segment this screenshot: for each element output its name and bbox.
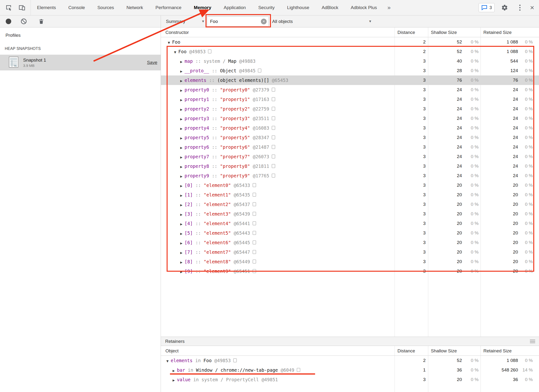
retainer-row[interactable]: ▶value in system / PropertyCell @4985132… xyxy=(161,375,539,384)
collapse-icon[interactable]: ▼ xyxy=(172,48,178,56)
expand-icon[interactable]: ▶ xyxy=(178,133,185,142)
console-messages-button[interactable]: 3 xyxy=(479,3,495,12)
reveal-icon[interactable] xyxy=(272,135,275,139)
heap-row[interactable]: ▼Foo @498532520 %1 0880 % xyxy=(161,47,539,56)
expand-icon[interactable]: ▶ xyxy=(178,114,185,123)
heap-row[interactable]: ▶[9] :: "element9" @654513200 %200 % xyxy=(161,266,539,276)
reveal-icon[interactable] xyxy=(253,221,256,225)
settings-gear-icon[interactable] xyxy=(499,2,510,13)
reveal-icon[interactable] xyxy=(272,116,275,120)
heap-row[interactable]: ▶[2] :: "element2" @654373200 %200 % xyxy=(161,200,539,209)
expand-icon[interactable]: ▶ xyxy=(170,366,177,375)
expand-icon[interactable]: ▶ xyxy=(178,172,185,180)
reveal-icon[interactable] xyxy=(253,183,256,187)
expand-icon[interactable]: ▶ xyxy=(178,238,185,247)
reveal-icon[interactable] xyxy=(258,69,261,73)
heap-row[interactable]: ▼Foo2520 %1 0880 % xyxy=(161,37,539,47)
perspective-select[interactable]: Summary ▼ xyxy=(166,17,204,26)
reveal-icon[interactable] xyxy=(253,250,256,254)
record-heap-snapshot-button[interactable] xyxy=(6,19,11,24)
reveal-icon[interactable] xyxy=(253,240,256,244)
snapshot-item[interactable]: % Snapshot 1 3.9 MB Save xyxy=(0,55,161,70)
heap-row[interactable]: ▶[8] :: "element8" @654493200 %200 % xyxy=(161,257,539,266)
expand-icon[interactable]: ▶ xyxy=(178,229,185,238)
class-filter-input[interactable] xyxy=(207,16,269,26)
heap-row[interactable]: ▶__proto__ :: Object @498453280 %1240 % xyxy=(161,66,539,75)
reveal-icon[interactable] xyxy=(253,202,256,206)
delete-profile-icon[interactable] xyxy=(36,16,47,27)
retainer-row[interactable]: ▶bar in Window / chrome://new-tab-page @… xyxy=(161,365,539,375)
reveal-icon[interactable] xyxy=(272,126,275,130)
expand-icon[interactable]: ▶ xyxy=(178,248,185,257)
reveal-icon[interactable] xyxy=(272,145,275,149)
reveal-icon[interactable] xyxy=(272,154,275,159)
tab-elements[interactable]: Elements xyxy=(31,0,62,15)
reveal-icon[interactable] xyxy=(272,97,275,101)
col-header-retained-size[interactable]: Retained Size xyxy=(481,346,539,355)
col-header-distance[interactable]: Distance xyxy=(395,346,428,355)
expand-icon[interactable]: ▶ xyxy=(178,162,185,171)
heap-row[interactable]: ▶property1 :: "property1" @171633240 %24… xyxy=(161,95,539,104)
expand-icon[interactable]: ▶ xyxy=(178,181,185,190)
heap-row[interactable]: ▶[7] :: "element7" @654473200 %200 % xyxy=(161,247,539,257)
expand-icon[interactable]: ▶ xyxy=(178,191,185,200)
heap-row[interactable]: ▶property4 :: "property4" @160833240 %24… xyxy=(161,123,539,133)
inspect-element-icon[interactable] xyxy=(3,2,14,13)
reveal-icon[interactable] xyxy=(253,269,256,273)
expand-icon[interactable]: ▶ xyxy=(178,86,185,95)
heap-row[interactable]: ▶[3] :: "element3" @654393200 %200 % xyxy=(161,209,539,219)
expand-icon[interactable]: ▶ xyxy=(178,67,185,75)
tab-adblock[interactable]: AdBlock xyxy=(316,0,345,15)
expand-icon[interactable]: ▶ xyxy=(178,143,185,152)
device-toolbar-icon[interactable] xyxy=(17,2,27,13)
heap-row[interactable]: ▶property3 :: "property3" @235113240 %24… xyxy=(161,114,539,123)
col-header-object[interactable]: Object xyxy=(161,346,395,355)
expand-icon[interactable]: ▶ xyxy=(178,153,185,161)
expand-icon[interactable]: ▶ xyxy=(178,57,185,66)
col-header-retained-size[interactable]: Retained Size xyxy=(481,27,539,37)
retainers-menu-icon[interactable] xyxy=(530,340,535,343)
clear-search-icon[interactable]: × xyxy=(261,19,267,24)
reveal-icon[interactable] xyxy=(272,164,275,168)
heap-row[interactable]: ▶property5 :: "property5" @283473240 %24… xyxy=(161,133,539,142)
heap-row[interactable]: ▶property9 :: "property9" @177653240 %24… xyxy=(161,171,539,180)
expand-icon[interactable]: ▶ xyxy=(178,95,185,104)
kebab-menu-icon[interactable] xyxy=(515,2,525,13)
col-header-shallow-size[interactable]: Shallow Size xyxy=(428,27,481,37)
expand-icon[interactable]: ▶ xyxy=(178,76,185,85)
tab-network[interactable]: Network xyxy=(120,0,149,15)
expand-icon[interactable]: ▶ xyxy=(178,105,185,114)
heap-row[interactable]: ▶[1] :: "element1" @654353200 %200 % xyxy=(161,190,539,200)
heap-row[interactable]: ▶[0] :: "element0" @654333200 %200 % xyxy=(161,180,539,190)
tab-lighthouse[interactable]: Lighthouse xyxy=(281,0,316,15)
reveal-icon[interactable] xyxy=(272,88,275,92)
heap-row[interactable]: ▶property6 :: "property6" @214873240 %24… xyxy=(161,142,539,152)
col-header-shallow-size[interactable]: Shallow Size xyxy=(428,346,481,355)
reveal-icon[interactable] xyxy=(208,49,211,53)
heap-row[interactable]: ▶[6] :: "element6" @654453200 %200 % xyxy=(161,238,539,247)
expand-icon[interactable]: ▶ xyxy=(178,219,185,228)
tab-sources[interactable]: Sources xyxy=(91,0,120,15)
retainer-row[interactable]: ▼elements in Foo @498532520 %1 0880 % xyxy=(161,356,539,365)
close-devtools-icon[interactable]: × xyxy=(530,4,534,11)
reveal-icon[interactable] xyxy=(233,358,237,362)
tab-security[interactable]: Security xyxy=(252,0,281,15)
heap-row[interactable]: ▶property8 :: "property8" @218113240 %24… xyxy=(161,161,539,171)
col-header-distance[interactable]: Distance xyxy=(395,27,428,37)
expand-icon[interactable]: ▶ xyxy=(178,124,185,133)
heap-row[interactable]: ▶[5] :: "element5" @654433200 %200 % xyxy=(161,228,539,238)
collapse-icon[interactable]: ▼ xyxy=(164,356,171,365)
tab-overflow-chevron[interactable]: » xyxy=(383,0,395,15)
tab-memory[interactable]: Memory xyxy=(188,0,217,15)
expand-icon[interactable]: ▶ xyxy=(178,210,185,219)
expand-icon[interactable]: ▶ xyxy=(178,267,185,276)
col-header-constructor[interactable]: Constructor xyxy=(161,27,395,37)
heap-row[interactable]: ▶elements :: (object elements)[] @654533… xyxy=(161,75,539,85)
save-snapshot-link[interactable]: Save xyxy=(147,60,157,65)
reveal-icon[interactable] xyxy=(253,231,256,235)
heap-row[interactable]: ▶property7 :: "property7" @260733240 %24… xyxy=(161,152,539,161)
heap-row[interactable]: ▶[4] :: "element4" @654413200 %200 % xyxy=(161,219,539,228)
tab-performance[interactable]: Performance xyxy=(149,0,188,15)
tab-adblock-plus[interactable]: Adblock Plus xyxy=(344,0,383,15)
heap-row[interactable]: ▶property0 :: "property0" @273793240 %24… xyxy=(161,85,539,95)
